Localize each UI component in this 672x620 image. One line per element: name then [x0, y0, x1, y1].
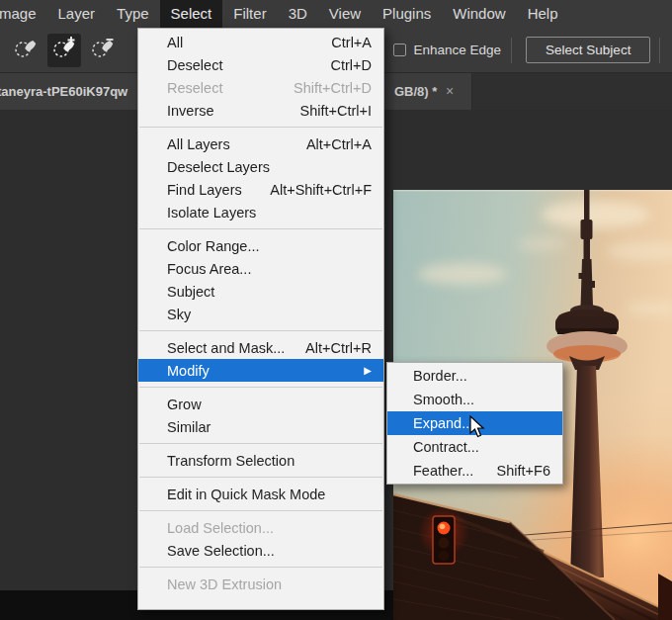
- menu-item-reselect: ReselectShift+Ctrl+D: [138, 76, 383, 99]
- new-selection-tool-button[interactable]: [9, 34, 42, 67]
- submenu-item-smooth[interactable]: Smooth...: [387, 388, 562, 411]
- menu-item-all[interactable]: AllCtrl+A: [138, 31, 383, 53]
- menu-item-color-range[interactable]: Color Range...: [138, 234, 383, 257]
- options-divider-right: [659, 38, 660, 63]
- selection-brush-plus-icon: [50, 35, 78, 66]
- menubar-item-window[interactable]: Window: [442, 0, 516, 28]
- menu-item-focus-area[interactable]: Focus Area...: [138, 257, 383, 280]
- tab-close-icon[interactable]: ×: [446, 73, 454, 110]
- menu-item-load-selection: Load Selection...: [138, 516, 383, 539]
- select-subject-button[interactable]: Select Subject: [526, 37, 650, 63]
- menubar-item-help[interactable]: Help: [517, 0, 569, 28]
- menu-item-deselect-layers[interactable]: Deselect Layers: [138, 155, 383, 178]
- submenu-item-contract[interactable]: Contract...: [387, 435, 562, 459]
- menu-item-isolate-layers[interactable]: Isolate Layers: [138, 201, 383, 223]
- menu-item-select-and-mask[interactable]: Select and Mask...Alt+Ctrl+R: [138, 336, 383, 359]
- menu-item-new-3d-extrusion: New 3D Extrusion: [138, 573, 383, 595]
- document-tab-title: taneyra-tPE60iK97qw: [0, 73, 127, 110]
- enhance-edge-label: Enhance Edge: [414, 43, 502, 57]
- menu-item-transform-selection[interactable]: Transform Selection: [138, 449, 383, 472]
- menu-item-save-selection[interactable]: Save Selection...: [138, 539, 383, 562]
- selection-brush-icon: [12, 35, 40, 66]
- menubar-item-3d[interactable]: 3D: [278, 0, 318, 28]
- menubar-item-layer[interactable]: Layer: [47, 0, 107, 28]
- menubar-item-type[interactable]: Type: [106, 0, 160, 28]
- menu-item-all-layers[interactable]: All LayersAlt+Ctrl+A: [138, 133, 383, 155]
- selection-brush-minus-icon: [89, 35, 117, 66]
- subtract-from-selection-tool-button[interactable]: [86, 34, 120, 67]
- menu-item-find-layers[interactable]: Find LayersAlt+Shift+Ctrl+F: [138, 178, 383, 201]
- select-menu-dropdown: AllCtrl+A DeselectCtrl+D ReselectShift+C…: [137, 28, 384, 610]
- menubar-item-plugins[interactable]: Plugins: [372, 0, 442, 28]
- document-tab-mode: GB/8) *: [394, 73, 437, 110]
- menubar-item-view[interactable]: View: [318, 0, 372, 28]
- submenu-item-expand[interactable]: Expand...: [387, 411, 562, 435]
- menu-separator: [139, 477, 382, 478]
- menu-separator: [139, 228, 382, 229]
- menu-item-edit-quick-mask[interactable]: Edit in Quick Mask Mode: [138, 483, 383, 505]
- enhance-edge-checkbox[interactable]: [393, 44, 406, 56]
- menu-item-inverse[interactable]: InverseShift+Ctrl+I: [138, 99, 383, 122]
- menu-separator: [139, 510, 382, 511]
- menu-item-sky[interactable]: Sky: [138, 303, 383, 325]
- submenu-arrow-icon: ▶: [364, 365, 372, 376]
- menubar-item-select[interactable]: Select: [160, 0, 223, 28]
- menu-item-grow[interactable]: Grow: [138, 393, 383, 415]
- menu-item-similar[interactable]: Similar: [138, 415, 383, 438]
- menu-item-deselect[interactable]: DeselectCtrl+D: [138, 53, 383, 76]
- building-silhouette-right: [658, 574, 672, 620]
- menu-separator: [139, 330, 382, 331]
- canvas-top-edge: [393, 190, 672, 192]
- modify-submenu: Border... Smooth... Expand... Contract..…: [386, 362, 563, 485]
- options-divider: [511, 38, 512, 63]
- menu-bar: mage Layer Type Select Filter 3D View Pl…: [0, 0, 672, 28]
- menu-separator: [139, 387, 382, 388]
- menubar-item-image[interactable]: mage: [0, 0, 47, 28]
- menu-separator: [139, 567, 382, 568]
- add-to-selection-tool-button[interactable]: [47, 34, 81, 67]
- menu-separator: [139, 443, 382, 444]
- menu-separator: [139, 127, 382, 128]
- menu-item-subject[interactable]: Subject: [138, 280, 383, 303]
- submenu-item-feather[interactable]: Feather...Shift+F6: [387, 459, 562, 483]
- selection-tool-buttons: [0, 34, 120, 67]
- menu-item-modify[interactable]: Modify▶: [138, 359, 383, 382]
- menubar-item-filter[interactable]: Filter: [222, 0, 277, 28]
- submenu-item-border[interactable]: Border...: [387, 364, 562, 388]
